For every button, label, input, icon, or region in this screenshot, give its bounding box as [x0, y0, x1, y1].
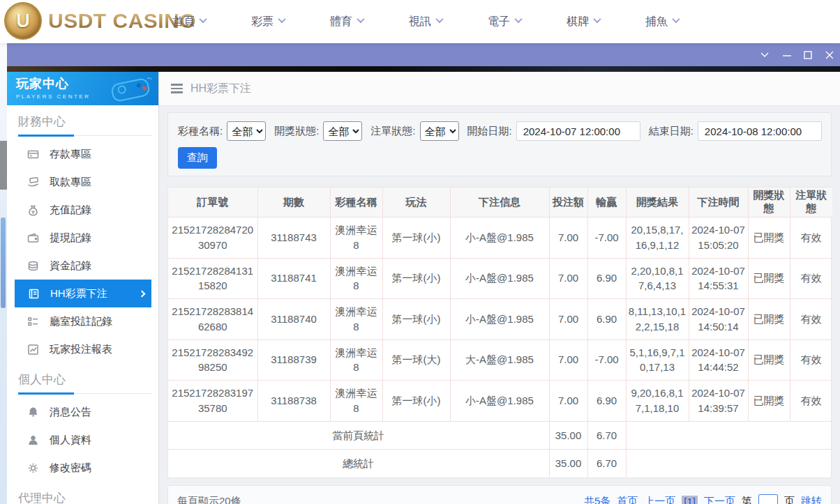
- cell-playtype: 第一球(小): [382, 381, 450, 422]
- sidebar-item-label: 存款專區: [50, 148, 91, 161]
- chevron-down-icon: [593, 15, 601, 23]
- cell-bet-amount: 7.00: [549, 258, 587, 299]
- end-date-input[interactable]: [698, 121, 822, 141]
- top-nav: 首頁 彩票 體育 視訊 電子 棋牌 捕魚: [172, 0, 679, 43]
- page-summary-empty: [626, 421, 832, 450]
- desktop-artifact: [1, 217, 6, 308]
- nav-item-lottery[interactable]: 彩票: [251, 15, 285, 29]
- nav-item-fishing[interactable]: 捕魚: [645, 15, 679, 29]
- sidebar-menu-finance: 存款專區 取款專區 充值記錄 提現記錄 資金記錄 HH彩票下注 廳室投註記錄: [7, 136, 158, 363]
- nav-item-home[interactable]: 首頁: [172, 15, 206, 29]
- sidebar-item-room-bet-record[interactable]: 廳室投註記錄: [14, 307, 151, 335]
- next-page-link[interactable]: 下一页: [704, 495, 735, 504]
- cell-period: 31188740: [257, 299, 330, 340]
- cell-bet-time: 2024-10-07 14:39:57: [689, 381, 748, 422]
- nav-item-slots[interactable]: 電子: [488, 15, 521, 29]
- pagination-bar: 每頁顯示20條 共5条 首页 上一页 [1] 下一页 第 页 跳转: [167, 485, 832, 504]
- sidebar-item-deposit[interactable]: 存款專區: [14, 140, 151, 168]
- start-date-input[interactable]: [516, 121, 640, 141]
- sidebar-item-label: 取款專區: [50, 176, 91, 189]
- cell-bet-time: 2024-10-07 15:05:20: [689, 217, 748, 259]
- total-count-text: 共5条: [584, 495, 610, 504]
- brand-logo: U USDT CASINO: [4, 2, 196, 40]
- col-order-status: 注單狀態: [790, 188, 832, 217]
- cell-order-no: 2152172828319735780: [168, 381, 257, 422]
- prev-page-link[interactable]: 上一页: [644, 495, 675, 504]
- window-maximize-icon[interactable]: [799, 43, 817, 66]
- cell-lottery: 澳洲幸运8: [330, 299, 382, 340]
- sidebar-item-funds-record[interactable]: 資金記錄: [14, 252, 151, 280]
- main-area: HH彩票下注 彩種名稱: 全部 開獎狀態: 全部 注單狀態: 全部 開始日期: …: [159, 72, 840, 504]
- nav-item-cards[interactable]: 棋牌: [567, 15, 600, 29]
- sidebar-item-label: 提現記錄: [50, 231, 91, 245]
- sidebar-item-label: 廳室投註記錄: [50, 315, 112, 328]
- nav-item-live[interactable]: 視訊: [409, 15, 442, 29]
- nav-label: 棋牌: [567, 15, 589, 29]
- total-summary-win: 6.70: [587, 450, 626, 478]
- sidebar-item-change-password[interactable]: 修改密碼: [14, 454, 151, 482]
- cell-bet-info: 小-A盤@1.985: [450, 299, 549, 340]
- cell-order-status: 有效: [790, 381, 832, 422]
- cell-period: 31188739: [257, 339, 330, 381]
- sidebar-item-player-report[interactable]: 玩家投注報表: [14, 335, 151, 363]
- sidebar-item-label: 個人資料: [50, 434, 91, 447]
- cell-draw-status: 已開獎: [748, 339, 790, 381]
- sidebar: 玩家中心 PLAYERS CENTER 財務中心 存款專區 取款專區 充值記錄 …: [7, 72, 159, 504]
- col-lottery: 彩種名稱: [330, 188, 382, 217]
- desktop-edge: [0, 43, 7, 504]
- cell-win-loss: 6.90: [587, 258, 626, 299]
- jump-prefix-label: 第: [742, 495, 752, 504]
- jump-button[interactable]: 跳转: [801, 495, 822, 504]
- cell-order-status: 有效: [790, 299, 832, 340]
- pager: 共5条 首页 上一页 [1] 下一页 第 页 跳转: [584, 494, 822, 504]
- col-bet-time: 下注時間: [689, 188, 748, 217]
- bets-table-wrap: 訂單號 期數 彩種名稱 玩法 下注信息 投注額 輸贏 開獎結果 下注時間 開獎狀…: [167, 187, 832, 478]
- cell-order-status: 有效: [790, 258, 832, 299]
- lottery-name-select[interactable]: 全部: [227, 121, 266, 141]
- hand-money-icon: [27, 176, 39, 188]
- total-summary-row: 總統計 35.00 6.70: [168, 450, 832, 478]
- total-summary-label: 總統計: [168, 450, 549, 478]
- col-period: 期數: [257, 188, 330, 217]
- first-page-link[interactable]: 首页: [617, 495, 638, 504]
- sidebar-item-withdraw[interactable]: 取款專區: [14, 168, 151, 196]
- sidebar-menu-personal: 消息公告 個人資料 修改密碼: [7, 394, 158, 482]
- sidebar-item-withdrawal-record[interactable]: 提現記錄: [14, 224, 151, 252]
- window-close-icon[interactable]: [820, 43, 839, 66]
- page-summary-row: 當前頁統計 35.00 6.70: [168, 421, 832, 450]
- sidebar-item-profile[interactable]: 個人資料: [14, 426, 151, 454]
- order-status-select[interactable]: 全部: [420, 121, 459, 141]
- chevron-down-icon: [199, 15, 207, 23]
- sidebar-item-hh-lottery-bets[interactable]: HH彩票下注: [15, 280, 151, 307]
- person-icon: [27, 434, 39, 446]
- cell-order-status: 有效: [790, 217, 832, 259]
- col-bet-amount: 投注額: [549, 188, 587, 217]
- table-row: 2152172828413115820 31188741 澳洲幸运8 第一球(小…: [168, 258, 832, 299]
- window-minimize-icon[interactable]: [778, 43, 796, 66]
- sidebar-header: 玩家中心 PLAYERS CENTER: [7, 72, 158, 105]
- cell-draw-status: 已開獎: [748, 299, 790, 340]
- draw-status-select[interactable]: 全部: [323, 121, 362, 141]
- hamburger-icon[interactable]: [171, 84, 183, 93]
- lottery-name-label: 彩種名稱:: [178, 125, 223, 138]
- page-jump-input[interactable]: [758, 494, 778, 504]
- cell-order-no: 2152172828413115820: [168, 258, 257, 299]
- search-button[interactable]: 查詢: [178, 147, 217, 169]
- sidebar-item-announcements[interactable]: 消息公告: [14, 398, 151, 426]
- window-dropdown-icon[interactable]: [756, 43, 774, 66]
- cell-bet-time: 2024-10-07 14:44:52: [689, 339, 748, 381]
- chevron-down-icon: [278, 15, 285, 23]
- bets-table: 訂單號 期數 彩種名稱 玩法 下注信息 投注額 輸贏 開獎結果 下注時間 開獎狀…: [168, 188, 832, 478]
- sidebar-section-personal: 個人中心: [18, 372, 151, 394]
- chevron-down-icon: [672, 15, 680, 23]
- cell-bet-info: 小-A盤@1.985: [450, 217, 549, 259]
- cell-bet-time: 2024-10-07 14:50:14: [689, 299, 748, 340]
- cell-playtype: 第一球(大): [382, 339, 450, 381]
- cell-bet-info: 小-A盤@1.985: [450, 381, 549, 422]
- sidebar-item-recharge-record[interactable]: 充值記錄: [14, 196, 151, 224]
- cell-lottery: 澳洲幸运8: [330, 258, 382, 299]
- nav-item-sports[interactable]: 體育: [330, 15, 363, 29]
- gamepad-icon: [108, 76, 153, 102]
- cell-period: 31188741: [257, 258, 330, 299]
- bell-icon: [27, 406, 39, 418]
